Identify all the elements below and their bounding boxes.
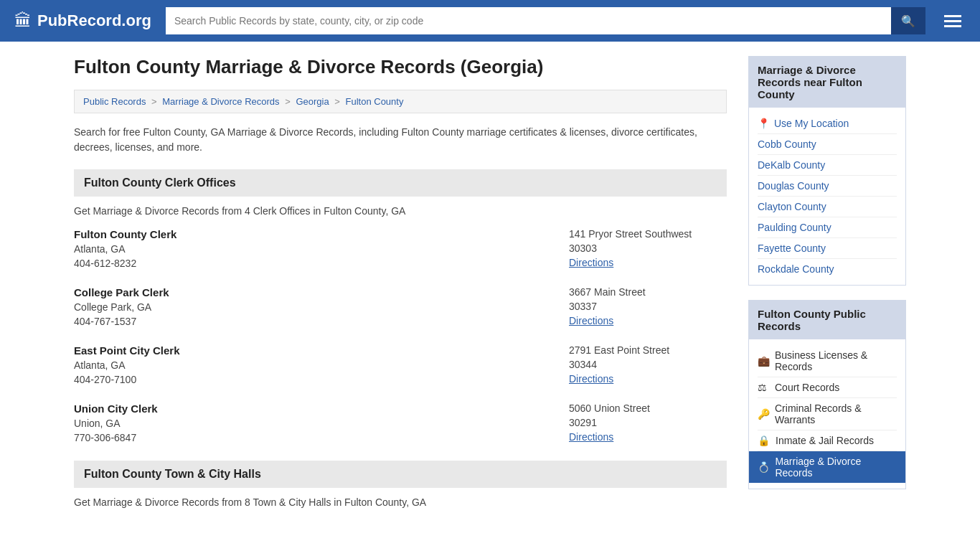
logo-text: PubRecord.org — [37, 11, 151, 30]
breadcrumb-item-georgia[interactable]: Georgia — [296, 96, 329, 107]
sidebar-item-fayette[interactable]: Fayette County — [758, 238, 897, 259]
sidebar-item-marriage-divorce[interactable]: 💍 Marriage & Divorce Records — [749, 451, 905, 483]
breadcrumb: Public Records > Marriage & Divorce Reco… — [74, 90, 727, 113]
sidebar-item-douglas[interactable]: Douglas County — [758, 176, 897, 197]
sidebar-public-records-list: 💼 Business Licenses & Records ⚖ Court Re… — [749, 339, 905, 489]
sidebar-public-records-title: Fulton County Public Records — [749, 301, 905, 339]
sidebar-item-cobb[interactable]: Cobb County — [758, 134, 897, 155]
sidebar-item-clayton[interactable]: Clayton County — [758, 197, 897, 217]
business-licenses-icon: 💼 — [758, 355, 769, 367]
directions-link-2[interactable]: Directions — [569, 315, 613, 326]
sidebar: Marriage & Divorce Records near Fulton C… — [748, 56, 906, 519]
location-icon: 📍 — [758, 118, 770, 129]
breadcrumb-item-marriage-divorce[interactable]: Marriage & Divorce Records — [162, 96, 279, 107]
sidebar-nearby-title: Marriage & Divorce Records near Fulton C… — [749, 57, 905, 108]
clerk-address-block-3: 2791 East Point Street 30344 Directions — [569, 344, 727, 385]
clerk-address-block-1: 141 Pryor Street Southwest 30303 Directi… — [569, 228, 727, 268]
sidebar-nearby-list: 📍 Use My Location Cobb County DeKalb Cou… — [749, 108, 905, 285]
clerk-zip-4: 30291 — [569, 417, 727, 428]
clerk-section-description: Get Marriage & Divorce Records from 4 Cl… — [74, 205, 727, 217]
sidebar-item-criminal-records[interactable]: 🔑 Criminal Records & Warrants — [758, 398, 897, 430]
sidebar-item-business-licenses[interactable]: 💼 Business Licenses & Records — [758, 345, 897, 377]
clerk-address-2: 3667 Main Street — [569, 286, 727, 298]
search-button[interactable]: 🔍 — [891, 7, 925, 34]
clerk-zip-3: 30344 — [569, 359, 727, 370]
main-content: Fulton County Marriage & Divorce Records… — [74, 56, 727, 519]
breadcrumb-item-fulton-county[interactable]: Fulton County — [346, 96, 404, 107]
clerk-address-block-4: 5060 Union Street 30291 Directions — [569, 402, 727, 443]
town-section-header: Fulton County Town & City Halls — [74, 461, 727, 488]
sidebar-item-use-my-location[interactable]: 📍 Use My Location — [758, 113, 897, 134]
page-container: Fulton County Marriage & Divorce Records… — [60, 42, 920, 534]
search-input[interactable] — [166, 7, 891, 34]
page-title: Fulton County Marriage & Divorce Records… — [74, 56, 727, 78]
clerk-city-4: Union, GA — [74, 418, 569, 429]
sidebar-public-records-section: Fulton County Public Records 💼 Business … — [748, 300, 906, 489]
clerk-address-block-2: 3667 Main Street 30337 Directions — [569, 286, 727, 326]
clerk-info-4: Union City Clerk Union, GA 770-306-6847 — [74, 402, 569, 443]
menu-button[interactable] — [940, 15, 966, 27]
clerk-city-1: Atlanta, GA — [74, 243, 569, 255]
clerk-entry-2: College Park Clerk College Park, GA 404-… — [74, 286, 727, 327]
page-description: Search for free Fulton County, GA Marria… — [74, 125, 727, 155]
directions-link-1[interactable]: Directions — [569, 257, 613, 268]
inmate-records-icon: 🔒 — [758, 435, 770, 446]
directions-link-4[interactable]: Directions — [569, 431, 613, 443]
clerk-phone-2: 404-767-1537 — [74, 316, 569, 327]
sidebar-item-dekalb[interactable]: DeKalb County — [758, 155, 897, 176]
sidebar-item-court-records[interactable]: ⚖ Court Records — [758, 377, 897, 398]
site-header: 🏛 PubRecord.org 🔍 — [0, 0, 980, 42]
logo-icon: 🏛 — [14, 11, 32, 31]
clerk-name-2: College Park Clerk — [74, 286, 569, 298]
clerk-address-4: 5060 Union Street — [569, 402, 727, 414]
clerk-phone-1: 404-612-8232 — [74, 258, 569, 269]
clerk-info-2: College Park Clerk College Park, GA 404-… — [74, 286, 569, 327]
clerk-name-3: East Point City Clerk — [74, 344, 569, 357]
clerk-info-1: Fulton County Clerk Atlanta, GA 404-612-… — [74, 228, 569, 269]
clerk-phone-3: 404-270-7100 — [74, 374, 569, 385]
clerk-section-header: Fulton County Clerk Offices — [74, 169, 727, 197]
clerk-address-1: 141 Pryor Street Southwest — [569, 228, 727, 240]
clerk-info-3: East Point City Clerk Atlanta, GA 404-27… — [74, 344, 569, 385]
clerk-address-3: 2791 East Point Street — [569, 344, 727, 356]
marriage-divorce-icon: 💍 — [758, 461, 769, 473]
search-icon: 🔍 — [901, 14, 915, 28]
clerk-entry-3: East Point City Clerk Atlanta, GA 404-27… — [74, 344, 727, 385]
clerk-phone-4: 770-306-6847 — [74, 432, 569, 443]
sidebar-item-paulding[interactable]: Paulding County — [758, 217, 897, 238]
directions-link-3[interactable]: Directions — [569, 373, 613, 385]
breadcrumb-item-public-records[interactable]: Public Records — [83, 96, 146, 107]
clerk-entry-1: Fulton County Clerk Atlanta, GA 404-612-… — [74, 228, 727, 269]
clerk-zip-2: 30337 — [569, 301, 727, 312]
clerk-name-1: Fulton County Clerk — [74, 228, 569, 240]
use-location-link[interactable]: Use My Location — [774, 118, 849, 129]
sidebar-item-rockdale[interactable]: Rockdale County — [758, 259, 897, 279]
clerk-city-2: College Park, GA — [74, 301, 569, 313]
town-section-description: Get Marriage & Divorce Records from 8 To… — [74, 496, 727, 508]
sidebar-nearby-section: Marriage & Divorce Records near Fulton C… — [748, 56, 906, 286]
clerk-zip-1: 30303 — [569, 242, 727, 254]
criminal-records-icon: 🔑 — [758, 408, 769, 420]
clerk-name-4: Union City Clerk — [74, 402, 569, 415]
clerk-entry-4: Union City Clerk Union, GA 770-306-6847 … — [74, 402, 727, 443]
search-area: 🔍 — [166, 7, 925, 34]
court-records-icon: ⚖ — [758, 382, 769, 393]
sidebar-item-inmate-records[interactable]: 🔒 Inmate & Jail Records — [758, 430, 897, 451]
clerk-city-3: Atlanta, GA — [74, 359, 569, 371]
logo[interactable]: 🏛 PubRecord.org — [14, 11, 151, 31]
